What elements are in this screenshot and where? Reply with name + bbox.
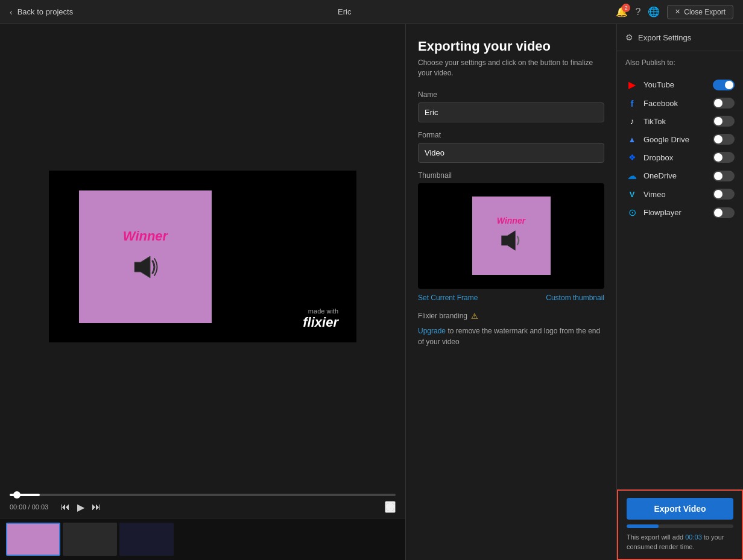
custom-thumbnail-button[interactable]: Custom thumbnail [546, 294, 604, 302]
vimeo-label: Vimeo [643, 190, 708, 199]
export-button-area: Export Video This export will add 00:03 … [617, 489, 743, 560]
export-progress-bar [627, 524, 733, 528]
publish-item-dropbox: ❖ Dropbox [617, 148, 743, 166]
format-input[interactable] [418, 143, 604, 163]
thumbnail-speaker-icon [496, 225, 526, 256]
progress-bar[interactable] [10, 494, 396, 496]
playback-controls: 00:00 / 00:03 ⏮ ▶ ⏭ ⛶ [10, 501, 396, 513]
topbar: ‹ Back to projects Eric 🔔 2 ? 🌐 ✕ Close … [0, 0, 743, 24]
back-to-projects-link[interactable]: Back to projects [17, 7, 74, 16]
facebook-toggle[interactable] [713, 98, 735, 109]
flixier-brand-text: flixier [303, 315, 338, 330]
close-icon: ✕ [675, 8, 680, 16]
progress-dot [13, 491, 21, 499]
thumbnail-area: Winner [418, 183, 604, 289]
export-time-note: This export will add 00:03 to your consu… [627, 533, 733, 552]
svg-marker-1 [134, 256, 150, 278]
svg-marker-2 [501, 230, 515, 250]
time-display: 00:00 / 00:03 [10, 503, 48, 511]
publish-item-youtube: ▶ YouTube [617, 75, 743, 94]
facebook-label: Facebook [643, 99, 708, 108]
google-drive-toggle[interactable] [713, 134, 735, 145]
publish-item-google-drive: ▲ Google Drive [617, 130, 743, 148]
topbar-right: 🔔 2 ? 🌐 ✕ Close Export [616, 5, 733, 19]
gear-icon: ⚙ [625, 33, 633, 42]
video-title: Winner [123, 228, 168, 244]
thumbnail-inner: Winner [472, 197, 551, 275]
timeline-strip [0, 518, 405, 560]
total-time: 00:03 [32, 503, 49, 511]
set-current-frame-button[interactable]: Set Current Frame [418, 294, 478, 302]
branding-label: Flixier branding [418, 312, 467, 320]
made-with-text: made with [303, 307, 338, 315]
flowplayer-label: Flowplayer [643, 208, 708, 217]
play-button[interactable]: ▶ [77, 502, 84, 513]
name-input[interactable] [418, 102, 604, 122]
export-subtitle: Choose your settings and click on the bu… [418, 58, 604, 78]
thumbnail-label: Thumbnail [418, 171, 604, 180]
fullscreen-button[interactable]: ⛶ [385, 501, 396, 513]
editor-area: Winner made with flixier [0, 24, 405, 560]
dropbox-icon: ❖ [625, 153, 639, 162]
video-preview: Winner made with flixier [49, 171, 356, 342]
help-icon[interactable]: ? [635, 7, 640, 17]
upgrade-text: Upgrade to remove the watermark and logo… [418, 326, 604, 347]
rewind-button[interactable]: ⏮ [60, 502, 70, 512]
branding-overlay: made with flixier [303, 307, 338, 330]
video-canvas: Winner made with flixier [0, 24, 405, 489]
timeline-thumb-2[interactable] [63, 523, 117, 556]
upgrade-suffix: to remove the watermark and logo from th… [418, 327, 600, 346]
tiktok-icon: ♪ [625, 116, 639, 126]
notifications-icon[interactable]: 🔔 2 [616, 6, 628, 17]
main-area: Winner made with flixier [0, 24, 743, 560]
export-time-value: 00:03 [685, 533, 702, 541]
onedrive-toggle[interactable] [713, 171, 735, 181]
export-time-prefix: This export will add [627, 533, 683, 541]
youtube-toggle[interactable] [713, 80, 735, 90]
thumbnail-actions: Set Current Frame Custom thumbnail [418, 294, 604, 302]
flowplayer-icon: ⊙ [625, 207, 639, 218]
topbar-left: ‹ Back to projects [10, 7, 73, 17]
export-title: Exporting your video [418, 39, 604, 54]
current-time: 00:00 [10, 503, 27, 511]
video-content: Winner made with flixier [49, 171, 356, 342]
format-label: Format [418, 131, 604, 139]
timeline-thumb-3[interactable] [119, 523, 174, 556]
export-settings-panel: Exporting your video Choose your setting… [405, 24, 616, 560]
language-icon[interactable]: 🌐 [648, 6, 660, 17]
youtube-label: YouTube [643, 80, 708, 89]
onedrive-icon: ☁ [625, 170, 639, 181]
export-video-button[interactable]: Export Video [627, 498, 733, 520]
notif-badge: 2 [622, 4, 630, 12]
publish-item-facebook: f Facebook [617, 94, 743, 112]
publish-item-flowplayer: ⊙ Flowplayer [617, 203, 743, 222]
warning-icon: ⚠ [471, 312, 478, 321]
youtube-icon: ▶ [625, 79, 639, 90]
back-arrow-icon: ‹ [10, 7, 13, 17]
publish-item-onedrive: ☁ OneDrive [617, 166, 743, 185]
facebook-icon: f [625, 98, 639, 109]
export-progress-fill [627, 524, 659, 528]
fast-forward-button[interactable]: ⏭ [92, 502, 101, 512]
settings-header-label: Export Settings [638, 33, 691, 42]
dropbox-toggle[interactable] [713, 152, 735, 163]
timeline-thumb-1[interactable] [6, 523, 60, 556]
tiktok-toggle[interactable] [713, 116, 735, 127]
branding-row: Flixier branding ⚠ [418, 312, 604, 321]
vimeo-icon: V [625, 190, 639, 199]
also-publish-label: Also Publish to: [617, 51, 743, 74]
thumbnail-title: Winner [497, 216, 525, 225]
name-label: Name [418, 90, 604, 99]
google-drive-label: Google Drive [643, 135, 708, 144]
onedrive-label: OneDrive [643, 171, 708, 180]
video-slide: Winner [79, 190, 212, 323]
speaker-icon [127, 249, 163, 285]
vimeo-toggle[interactable] [713, 189, 735, 200]
playback-bar: 00:00 / 00:03 ⏮ ▶ ⏭ ⛶ [0, 489, 405, 518]
flowplayer-toggle[interactable] [713, 207, 735, 218]
upgrade-link[interactable]: Upgrade [418, 327, 446, 335]
close-export-label: Close Export [684, 8, 726, 16]
close-export-button[interactable]: ✕ Close Export [667, 5, 733, 19]
right-panel: ⚙ Export Settings Also Publish to: ▶ You… [616, 24, 743, 560]
project-name: Eric [338, 7, 351, 16]
